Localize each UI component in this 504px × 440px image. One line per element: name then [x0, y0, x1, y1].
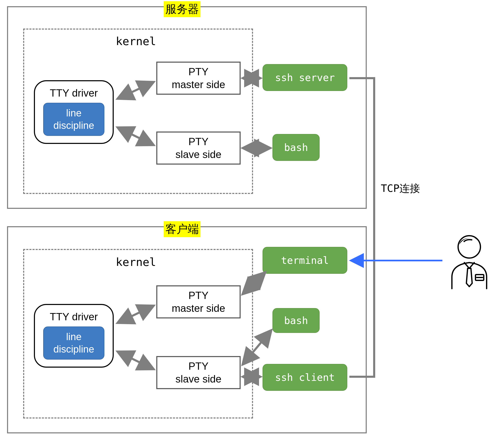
server-pty-slave: PTY slave side — [156, 132, 241, 165]
client-terminal: terminal — [262, 247, 347, 274]
server-kernel-label: kernel — [116, 35, 156, 48]
server-pty-master: PTY master side — [156, 62, 241, 95]
client-pty-master: PTY master side — [156, 285, 241, 318]
client-kernel-label: kernel — [116, 256, 156, 269]
client-line-discipline: line discipline — [43, 327, 104, 359]
server-tty-driver: TTY driver line discipline — [34, 80, 114, 144]
client-ssh-client: ssh client — [262, 364, 347, 391]
tcp-connection-label: TCP连接 — [381, 181, 420, 195]
server-title: 服务器 — [164, 1, 201, 17]
client-title: 客户端 — [164, 221, 201, 237]
server-ssh-server: ssh server — [262, 64, 347, 91]
server-tty-driver-label: TTY driver — [43, 87, 104, 99]
client-bash: bash — [272, 308, 320, 333]
client-pty-slave: PTY slave side — [156, 356, 241, 389]
server-line-discipline: line discipline — [43, 103, 104, 136]
diagram-canvas: 服务器 kernel TTY driver line discipline PT… — [0, 0, 504, 440]
server-bash: bash — [272, 134, 320, 161]
client-tty-driver-label: TTY driver — [43, 311, 104, 323]
client-tty-driver: TTY driver line discipline — [34, 304, 114, 368]
user-icon — [444, 232, 494, 289]
